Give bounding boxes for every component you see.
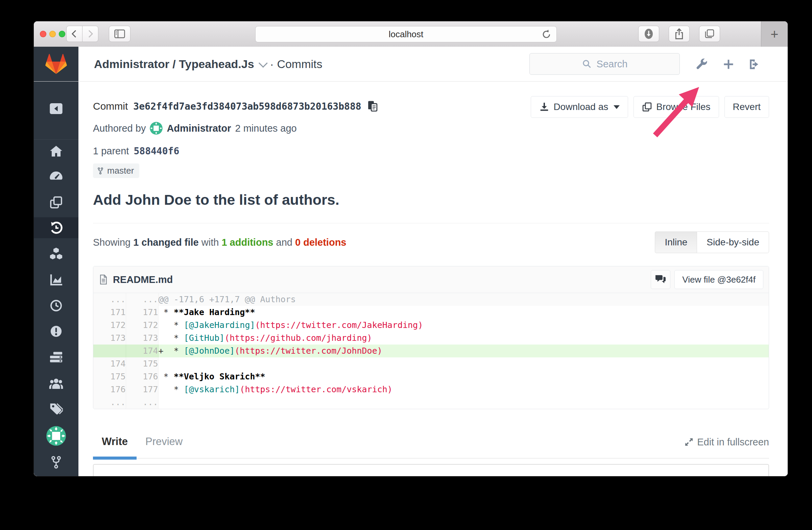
sidebar-item-home[interactable] — [34, 141, 78, 162]
browser-window: localhost — [34, 21, 788, 476]
reload-button[interactable] — [541, 29, 552, 40]
diff-file-header: README.md View file @3e62f4f — [93, 266, 769, 293]
parent-row: 1 parent 588440f6 — [93, 145, 769, 157]
chevron-down-icon[interactable] — [259, 58, 268, 68]
old-line-number[interactable]: 172 — [93, 319, 126, 332]
forward-button[interactable] — [82, 26, 98, 42]
zoom-window-button[interactable] — [59, 31, 65, 37]
revert-button[interactable]: Revert — [724, 96, 769, 118]
commit-sha: 3e62f4fd7ae3fd384073ab598d6873b20163b888 — [133, 101, 361, 112]
sidebar-item-network[interactable] — [34, 452, 78, 473]
parent-label: 1 parent — [93, 145, 129, 157]
tanuki-logo-icon — [45, 54, 67, 74]
tag-icon — [49, 402, 63, 415]
summary-changed-file[interactable]: 1 changed file — [133, 237, 199, 248]
search-icon — [582, 59, 592, 69]
edit-fullscreen-button[interactable]: Edit in fullscreen — [684, 436, 769, 455]
sidebar-item-dashboard[interactable] — [34, 166, 78, 187]
close-window-button[interactable] — [40, 31, 46, 37]
commit-actions: Download as Browse Files — [531, 96, 769, 118]
sidebar-divider — [34, 139, 78, 140]
copy-commit-icon[interactable] — [367, 100, 378, 112]
new-tab-button[interactable]: + — [761, 21, 788, 47]
new-line-number[interactable]: ... — [126, 293, 158, 306]
side-by-side-toggle-button[interactable]: Side-by-side — [697, 232, 769, 253]
browser-toolbar: localhost — [34, 21, 788, 47]
old-line-number[interactable]: 175 — [93, 370, 126, 383]
tab-write[interactable]: Write — [93, 434, 136, 458]
sidebar-item-members[interactable] — [34, 373, 78, 394]
sign-out-icon — [748, 58, 760, 71]
gitlab-logo[interactable] — [34, 47, 78, 81]
author-avatar[interactable] — [150, 122, 163, 135]
wrench-icon — [695, 57, 708, 71]
search-placeholder: Search — [597, 58, 628, 70]
tab-preview[interactable]: Preview — [136, 434, 191, 458]
address-bar[interactable]: localhost — [255, 26, 557, 42]
diff-code-line: * **Jake Harding** — [158, 306, 769, 319]
branch-row: master — [93, 164, 769, 178]
minimize-window-button[interactable] — [49, 31, 56, 37]
cubes-icon — [49, 247, 63, 261]
new-line-number[interactable]: 172 — [126, 319, 158, 332]
branch-badge[interactable]: master — [93, 164, 139, 178]
comment-textarea[interactable] — [93, 464, 769, 476]
search-input[interactable]: Search — [530, 53, 680, 75]
admin-area-button[interactable] — [694, 57, 709, 72]
author-name[interactable]: Administrator — [166, 123, 231, 134]
view-file-button[interactable]: View file @3e62f4f — [675, 270, 763, 289]
browse-files-button[interactable]: Browse Files — [634, 96, 719, 118]
diff-row: 174175 — [93, 358, 769, 370]
old-line-number[interactable]: 173 — [93, 332, 126, 345]
project-avatar[interactable] — [34, 424, 78, 448]
sidebar-item-graphs[interactable] — [34, 269, 78, 290]
new-line-number[interactable]: 173 — [126, 332, 158, 345]
sidebar-item-files[interactable] — [34, 192, 78, 213]
breadcrumb[interactable]: Administrator / Typeahead.Js — [94, 57, 254, 71]
sidebar-item-builds[interactable] — [34, 243, 78, 264]
sidebar-toggle-button[interactable] — [109, 26, 130, 42]
sign-out-button[interactable] — [746, 57, 762, 72]
new-line-number[interactable]: 175 — [126, 358, 158, 370]
diff-file-name[interactable]: README.md — [113, 274, 173, 285]
back-button[interactable] — [66, 26, 83, 42]
downloads-button[interactable] — [638, 26, 659, 42]
sidebar-item-merge-requests[interactable] — [34, 347, 78, 368]
summary-showing: Showing — [93, 237, 130, 248]
sidebar-item-labels[interactable] — [34, 398, 78, 419]
old-line-number[interactable]: 174 — [93, 358, 126, 370]
reload-icon — [541, 29, 552, 40]
page-title: Administrator / Typeahead.Js · Commits — [94, 47, 322, 81]
download-as-button[interactable]: Download as — [531, 96, 628, 118]
old-line-number[interactable]: 176 — [93, 383, 126, 396]
diff-row: 174+ * [@JohnDoe](https://twitter.com/Jo… — [93, 345, 769, 358]
tabs-button[interactable] — [699, 26, 720, 42]
commit-time: 2 minutes ago — [235, 123, 297, 134]
share-button[interactable] — [669, 26, 690, 42]
new-line-number[interactable]: 171 — [126, 306, 158, 319]
diff-row: ...... — [93, 396, 769, 409]
new-line-number[interactable]: 177 — [126, 383, 158, 396]
authored-row: Authored by Administrator 2 minutes ag — [93, 122, 769, 135]
old-line-number[interactable] — [93, 345, 126, 358]
sidebar-item-commits[interactable] — [34, 217, 78, 238]
old-line-number[interactable]: ... — [93, 293, 126, 306]
new-line-number[interactable]: 174 — [126, 345, 158, 358]
plus-icon — [722, 58, 735, 70]
sidebar — [34, 81, 78, 476]
download-icon — [539, 102, 549, 112]
comment-button[interactable] — [651, 270, 670, 289]
sidebar-item-milestones[interactable] — [34, 295, 78, 316]
inline-toggle-button[interactable]: Inline — [655, 232, 697, 253]
sidebar-item-issues[interactable] — [34, 321, 78, 342]
parent-sha-link[interactable]: 588440f6 — [133, 145, 179, 157]
forward-icon — [86, 29, 94, 39]
old-line-number[interactable]: ... — [93, 396, 126, 409]
sidebar-collapse-button[interactable] — [34, 98, 78, 119]
new-line-number[interactable]: ... — [126, 396, 158, 409]
commit-header-row: Commit 3e62f4fd7ae3fd384073ab598d6873b20… — [93, 96, 769, 118]
expand-icon — [684, 437, 694, 447]
old-line-number[interactable]: 171 — [93, 306, 126, 319]
new-project-button[interactable] — [721, 57, 736, 72]
new-line-number[interactable]: 176 — [126, 370, 158, 383]
